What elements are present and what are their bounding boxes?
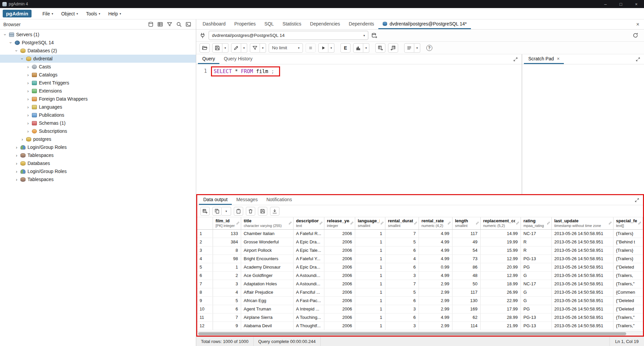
menu-item-object[interactable]: Object▾ [57,8,82,19]
scrollbar-thumb[interactable] [198,332,626,335]
expand-arrow-icon[interactable]: › [25,97,31,102]
column-header-film-id[interactable]: film_id[PK] integer [213,217,241,229]
menu-item-file[interactable]: File▾ [38,8,57,19]
tree-item-casts[interactable]: ›Casts [0,63,196,71]
table-cell[interactable]: 1 [355,263,385,271]
table-cell[interactable]: A Epic Dra... [293,238,324,246]
tree-item-subscriptions[interactable]: ›Subscriptions [0,127,196,135]
new-connection-button[interactable] [371,33,377,39]
delete-row-button[interactable] [246,207,255,216]
expand-arrow-icon[interactable]: › [25,113,31,118]
table-cell[interactable]: 0.99 [419,263,452,271]
commit-button[interactable] [375,43,385,53]
tab-scratch-pad[interactable]: Scratch Pad × [524,54,564,64]
column-header-last-update[interactable]: last_updatetimestamp without time zone [551,217,613,229]
table-cell[interactable]: 4.99 [419,313,452,322]
table-cell[interactable]: Airport Pollock [241,246,293,254]
table-cell[interactable]: Airplane Sierra [241,313,293,322]
table-cell[interactable]: 50 [452,280,480,288]
row-number[interactable]: 2 [197,238,213,246]
table-cell[interactable]: 26.99 [480,288,521,296]
table-cell[interactable]: NC-17 [521,280,551,288]
maximize-button[interactable]: □ [613,0,629,8]
table-cell[interactable]: 17.99 [480,305,521,313]
column-header-rental-rate[interactable]: rental_ratenumeric (4,2) [419,217,452,229]
filter-button[interactable] [250,43,260,53]
help-button[interactable]: ? [426,45,432,51]
table-cell[interactable]: 3 [213,280,241,288]
table-cell[interactable]: 19.99 [480,238,521,246]
tree-item-postgres[interactable]: ›postgres [0,135,196,143]
tree-item-extensions[interactable]: ›Extensions [0,87,196,95]
table-cell[interactable]: 2.99 [419,305,452,313]
execute-dropdown[interactable]: ▾ [328,43,334,53]
table-cell[interactable]: 130 [452,296,480,305]
table-cell[interactable]: R [521,246,551,254]
table-cell[interactable]: 2006 [324,254,355,263]
table-cell[interactable]: A Fanciful ... [293,288,324,296]
expand-arrow-icon[interactable]: › [25,129,31,134]
table-cell[interactable]: 2006 [324,238,355,246]
column-header-rating[interactable]: ratingmpaa_rating [521,217,551,229]
tab-sql[interactable]: SQL [260,19,278,29]
table-cell[interactable]: 6 [385,246,419,254]
table-cell[interactable]: {"Deleted [613,296,643,305]
table-cell[interactable]: {Trailers," [613,313,643,322]
sql-code-area[interactable]: SELECT * FROM film ; [211,64,522,194]
column-header-description[interactable]: descriptiontext [293,217,324,229]
table-cell[interactable]: 5 [385,238,419,246]
table-cell[interactable]: 6 [385,263,419,271]
menu-item-help[interactable]: Help▾ [104,8,125,19]
table-cell[interactable]: {Trailers," [613,280,643,288]
table-cell[interactable]: A Astoundi... [293,280,324,288]
save-button[interactable] [212,43,222,53]
table-cell[interactable]: 2013-05-26 14:50:58.951 [551,280,613,288]
table-cell[interactable]: 2006 [324,305,355,313]
table-cell[interactable]: 1 [355,305,385,313]
tree-item-postgresql-14[interactable]: ›PostgreSQL 14 [0,39,196,47]
table-cell[interactable]: 1 [355,288,385,296]
expand-arrow-icon[interactable]: › [14,169,19,174]
table-cell[interactable]: {"Behind t [613,238,643,246]
table-cell[interactable]: 3 [385,305,419,313]
table-cell[interactable]: {Trailers} [613,229,643,238]
table-cell[interactable]: 2 [213,271,241,280]
expand-arrow-icon[interactable]: › [20,137,25,142]
table-cell[interactable]: 12.99 [480,271,521,280]
table-cell[interactable]: 1 [355,229,385,238]
connection-select[interactable]: dvdrental/postgres@PostgreSQL 14 ▾ [209,31,368,40]
table-cell[interactable]: A Thoughtf... [293,322,324,330]
tree-item-databases-2[interactable]: ›Databases (2) [0,47,196,55]
expand-arrow-icon[interactable]: › [14,161,19,166]
expand-arrow-icon[interactable]: › [25,121,31,126]
table-cell[interactable]: 2006 [324,263,355,271]
rollback-button[interactable] [388,43,398,53]
paste-button[interactable] [234,207,243,216]
row-number[interactable]: 12 [197,322,213,330]
macros-button[interactable] [404,43,414,53]
tree-item-foreign-data-wrappers[interactable]: ›Foreign Data Wrappers [0,95,196,103]
tree-item-catalogs[interactable]: ›Catalogs [0,71,196,79]
expand-output-button[interactable] [635,198,639,203]
filter-dropdown[interactable]: ▾ [260,43,266,53]
column-header-rental-duration[interactable]: rental_durationsmallint [385,217,419,229]
table-cell[interactable]: 8 [213,246,241,254]
table-cell[interactable]: 384 [213,238,241,246]
table-cell[interactable]: Alabama Devil [241,322,293,330]
table-cell[interactable]: 9 [213,322,241,330]
search-objects-button[interactable] [176,21,182,27]
row-limit-select[interactable]: No limit ▾ [269,43,303,53]
table-cell[interactable]: A Fast-Pac... [293,296,324,305]
table-cell[interactable]: G [521,296,551,305]
table-cell[interactable]: 15.99 [480,246,521,254]
table-cell[interactable]: 2006 [324,288,355,296]
table-cell[interactable]: 114 [452,322,480,330]
table-cell[interactable]: {Commen [613,288,643,296]
query-tool-button[interactable] [148,21,154,27]
row-number[interactable]: 1 [197,229,213,238]
table-cell[interactable]: 2006 [324,246,355,254]
table-cell[interactable]: 133 [213,229,241,238]
table-cell[interactable]: 62 [452,313,480,322]
table-cell[interactable]: 49 [452,238,480,246]
table-cell[interactable]: 3 [385,322,419,330]
